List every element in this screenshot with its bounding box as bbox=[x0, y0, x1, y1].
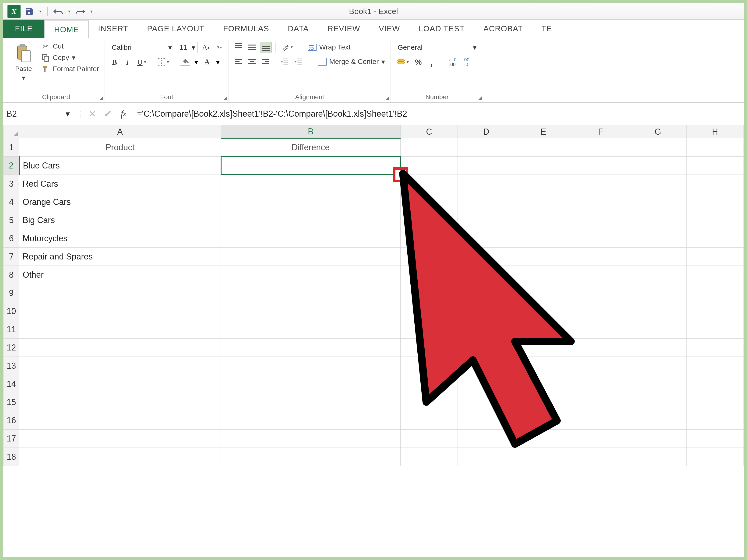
spreadsheet-grid[interactable]: ABCDEFGH 1ProductDifference2Blue Cars3Re… bbox=[3, 125, 744, 466]
tab-formulas[interactable]: FORMULAS bbox=[214, 20, 279, 38]
cell-G12[interactable] bbox=[629, 339, 687, 357]
undo-button[interactable] bbox=[52, 6, 64, 17]
align-bottom-button[interactable] bbox=[260, 42, 272, 53]
align-right-button[interactable] bbox=[260, 56, 271, 67]
dialog-launcher-icon[interactable]: ◢ bbox=[223, 95, 227, 101]
cell-A4[interactable]: Orange Cars bbox=[19, 193, 221, 211]
cell-A5[interactable]: Big Cars bbox=[19, 211, 221, 229]
tab-team-partial[interactable]: TE bbox=[532, 20, 561, 38]
align-top-button[interactable] bbox=[233, 42, 244, 53]
cell-H12[interactable] bbox=[686, 339, 744, 357]
cell-A1[interactable]: Product bbox=[19, 138, 221, 157]
worksheet-area[interactable]: ABCDEFGH 1ProductDifference2Blue Cars3Re… bbox=[3, 125, 744, 557]
cell-B12[interactable] bbox=[221, 339, 401, 357]
cell-H1[interactable] bbox=[686, 138, 744, 157]
insert-function-button[interactable]: fx bbox=[117, 107, 130, 121]
cell-A10[interactable] bbox=[19, 302, 221, 320]
cell-H17[interactable] bbox=[686, 430, 744, 448]
column-header-B[interactable]: B bbox=[221, 125, 401, 138]
row-header-10[interactable]: 10 bbox=[3, 302, 19, 320]
cell-A14[interactable] bbox=[19, 375, 221, 393]
cancel-formula-button[interactable]: ✕ bbox=[86, 107, 99, 121]
font-name-dropdown[interactable]: Calibri ▾ bbox=[109, 42, 174, 53]
format-painter-button[interactable]: Format Painter bbox=[40, 64, 100, 73]
cell-A6[interactable]: Motorcycles bbox=[19, 229, 221, 247]
cell-A9[interactable] bbox=[19, 284, 221, 302]
decrease-font-button[interactable]: A▾ bbox=[213, 42, 224, 53]
cell-G13[interactable] bbox=[629, 357, 687, 375]
cell-B17[interactable] bbox=[221, 430, 401, 448]
cell-G3[interactable] bbox=[629, 175, 687, 193]
cell-A7[interactable]: Repair and Spares bbox=[19, 247, 221, 266]
cell-H18[interactable] bbox=[686, 448, 744, 466]
cell-B18[interactable] bbox=[221, 448, 401, 466]
save-button[interactable] bbox=[23, 6, 35, 17]
cell-B11[interactable] bbox=[221, 320, 401, 339]
cell-H16[interactable] bbox=[686, 411, 744, 430]
row-header-5[interactable]: 5 bbox=[3, 211, 19, 229]
column-header-G[interactable]: G bbox=[629, 125, 687, 138]
cell-G15[interactable] bbox=[629, 393, 687, 411]
tab-home[interactable]: HOME bbox=[44, 20, 89, 38]
cell-G5[interactable] bbox=[629, 211, 687, 229]
cell-H7[interactable] bbox=[686, 247, 744, 266]
tab-page-layout[interactable]: PAGE LAYOUT bbox=[138, 20, 214, 38]
cell-G18[interactable] bbox=[629, 448, 687, 466]
select-all-corner[interactable] bbox=[3, 125, 19, 138]
font-size-dropdown[interactable]: 11 ▾ bbox=[177, 42, 198, 53]
cell-H3[interactable] bbox=[686, 175, 744, 193]
cell-H2[interactable] bbox=[686, 157, 744, 175]
bold-button[interactable]: B bbox=[109, 57, 120, 68]
cell-H5[interactable] bbox=[686, 211, 744, 229]
cell-B6[interactable] bbox=[221, 229, 401, 247]
cell-B10[interactable] bbox=[221, 302, 401, 320]
tab-review[interactable]: REVIEW bbox=[318, 20, 369, 38]
cell-A11[interactable] bbox=[19, 320, 221, 339]
row-header-12[interactable]: 12 bbox=[3, 339, 19, 357]
column-header-E[interactable]: E bbox=[515, 125, 572, 138]
comma-style-button[interactable]: , bbox=[426, 57, 437, 68]
orientation-button[interactable]: ab ▾ bbox=[279, 42, 294, 53]
row-header-17[interactable]: 17 bbox=[3, 430, 19, 448]
cell-H4[interactable] bbox=[686, 193, 744, 211]
font-color-button[interactable]: A bbox=[200, 57, 214, 68]
cell-A3[interactable]: Red Cars bbox=[19, 175, 221, 193]
cell-G6[interactable] bbox=[629, 229, 687, 247]
cell-A15[interactable] bbox=[19, 393, 221, 411]
cell-A18[interactable] bbox=[19, 448, 221, 466]
tab-data[interactable]: DATA bbox=[279, 20, 318, 38]
cell-G16[interactable] bbox=[629, 411, 687, 430]
cell-G2[interactable] bbox=[629, 157, 687, 175]
column-header-A[interactable]: A bbox=[19, 125, 221, 138]
cell-H6[interactable] bbox=[686, 229, 744, 247]
cell-G14[interactable] bbox=[629, 375, 687, 393]
qat-customize-arrow[interactable]: ▾ bbox=[38, 9, 43, 14]
cell-D1[interactable] bbox=[458, 138, 515, 157]
cell-H11[interactable] bbox=[686, 320, 744, 339]
percent-button[interactable]: % bbox=[413, 57, 424, 68]
cell-C1[interactable] bbox=[401, 138, 458, 157]
cell-A17[interactable] bbox=[19, 430, 221, 448]
cell-H15[interactable] bbox=[686, 393, 744, 411]
row-header-9[interactable]: 9 bbox=[3, 284, 19, 302]
name-box[interactable]: B2 ▾ bbox=[3, 103, 73, 125]
row-header-18[interactable]: 18 bbox=[3, 448, 19, 466]
increase-font-button[interactable]: A▴ bbox=[200, 42, 211, 53]
paste-button[interactable]: Paste ▾ bbox=[12, 42, 35, 83]
dialog-launcher-icon[interactable]: ◢ bbox=[385, 95, 389, 101]
row-header-13[interactable]: 13 bbox=[3, 357, 19, 375]
chevron-down-icon[interactable]: ▾ bbox=[216, 58, 220, 66]
cell-A13[interactable] bbox=[19, 357, 221, 375]
cell-G11[interactable] bbox=[629, 320, 687, 339]
redo-button[interactable] bbox=[75, 6, 86, 17]
column-header-F[interactable]: F bbox=[572, 125, 629, 138]
tab-load-test[interactable]: LOAD TEST bbox=[409, 20, 474, 38]
fill-color-button[interactable] bbox=[179, 57, 192, 68]
align-left-button[interactable] bbox=[233, 56, 244, 67]
cell-H14[interactable] bbox=[686, 375, 744, 393]
cell-G9[interactable] bbox=[629, 284, 687, 302]
row-header-15[interactable]: 15 bbox=[3, 393, 19, 411]
cell-H10[interactable] bbox=[686, 302, 744, 320]
increase-indent-button[interactable] bbox=[293, 56, 305, 67]
formula-input[interactable]: ='C:\Compare\[Book2.xls]Sheet1'!B2-'C:\C… bbox=[133, 103, 744, 125]
